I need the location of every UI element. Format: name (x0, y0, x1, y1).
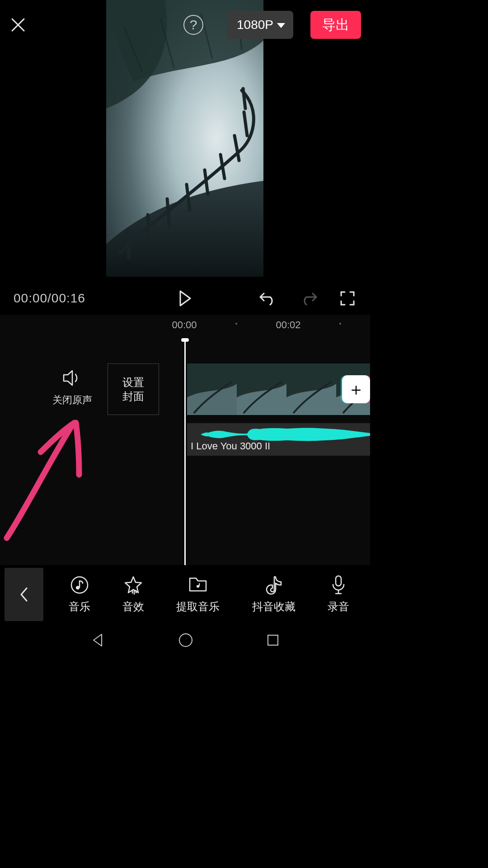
nav-recent-button[interactable] (267, 634, 279, 648)
tool-label: 录音 (328, 599, 349, 614)
time-display: 00:00/00:16 (14, 291, 85, 306)
clip-frame[interactable] (187, 363, 237, 415)
square-recent-icon (267, 634, 279, 646)
tool-sound-effect[interactable]: 音效 (122, 575, 144, 614)
toolbar-back-button[interactable] (5, 568, 43, 621)
redo-button[interactable] (300, 289, 318, 307)
undo-button[interactable] (258, 289, 277, 307)
tool-record[interactable]: 录音 (328, 575, 349, 614)
redo-icon (300, 291, 318, 306)
ruler-tick (339, 323, 341, 325)
audio-track-title: I Love You 3000 II (191, 440, 270, 452)
microphone-icon (328, 575, 348, 595)
circle-home-icon (178, 632, 193, 648)
svg-rect-13 (268, 635, 278, 645)
system-nav-bar (0, 624, 370, 658)
ruler-mark: 00:00 (172, 319, 197, 331)
video-preview[interactable] (106, 0, 263, 277)
audio-toolbar: 音乐 音效 提取音乐 抖音收藏 录音 (0, 565, 370, 624)
set-cover-button[interactable]: 设置封面 (108, 363, 159, 415)
nav-back-button[interactable] (91, 633, 105, 649)
triangle-back-icon (91, 633, 105, 647)
fullscreen-icon (340, 291, 355, 306)
playhead[interactable] (184, 340, 186, 579)
export-label: 导出 (322, 16, 349, 34)
music-note-icon (70, 575, 89, 595)
tool-label: 音乐 (69, 599, 90, 614)
export-button[interactable]: 导出 (310, 11, 361, 39)
tool-label: 提取音乐 (176, 599, 220, 614)
video-track[interactable]: ＋ (187, 363, 370, 415)
star-icon (123, 575, 143, 595)
clip-frame[interactable] (237, 363, 286, 415)
add-clip-button[interactable]: ＋ (342, 375, 370, 403)
resolution-dropdown[interactable]: 1080P (227, 11, 293, 39)
timeline-ruler: 00:00 00:02 (0, 319, 370, 335)
ruler-tick (235, 323, 237, 325)
douyin-icon (264, 575, 284, 595)
plus-icon: ＋ (347, 378, 365, 401)
ruler-mark: 00:02 (276, 319, 300, 331)
resolution-label: 1080P (237, 18, 273, 32)
folder-icon (188, 575, 208, 595)
tool-music[interactable]: 音乐 (69, 575, 90, 614)
help-icon: ? (190, 17, 197, 33)
close-icon (10, 17, 26, 33)
tool-douyin-favorites[interactable]: 抖音收藏 (252, 575, 296, 614)
undo-icon (259, 291, 276, 306)
help-button[interactable]: ? (183, 15, 203, 35)
play-button[interactable] (176, 289, 194, 307)
audio-track[interactable]: I Love You 3000 II (187, 423, 370, 456)
speaker-icon (62, 369, 82, 387)
svg-rect-11 (336, 576, 341, 586)
svg-point-12 (179, 634, 192, 646)
play-icon (178, 290, 192, 307)
fullscreen-button[interactable] (338, 289, 357, 307)
chevron-left-icon (19, 586, 28, 603)
mute-label: 关闭原声 (52, 393, 92, 407)
chevron-down-icon (277, 23, 285, 28)
tool-label: 抖音收藏 (252, 599, 296, 614)
audio-waveform (201, 428, 370, 441)
playback-bar: 00:00/00:16 (0, 285, 370, 312)
tool-label: 音效 (122, 599, 144, 614)
clip-frame[interactable] (286, 363, 336, 415)
nav-home-button[interactable] (178, 632, 193, 650)
tool-extract-music[interactable]: 提取音乐 (176, 575, 220, 614)
timeline[interactable]: 00:00 00:02 关闭原声 设置封面 (0, 315, 370, 583)
top-bar: ? 1080P 导出 (0, 9, 370, 41)
cover-label: 设置封面 (122, 375, 144, 403)
close-button[interactable] (9, 16, 27, 34)
mute-original-audio-button[interactable]: 关闭原声 (52, 369, 93, 407)
